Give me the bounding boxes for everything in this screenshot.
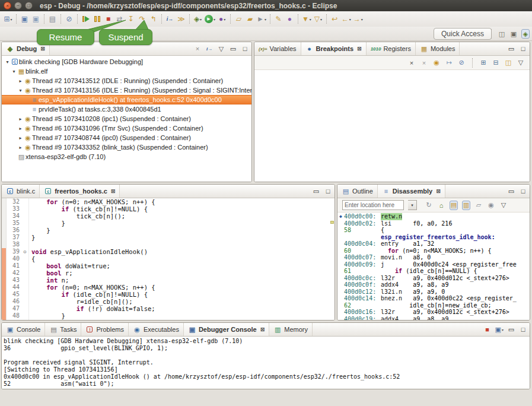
editor-tab-freertos-hooks-c[interactable]: cfreertos_hooks.c⊠: [40, 185, 120, 198]
debug-launch-tree[interactable]: ▾Cblink checking [GDB Hardware Debugging…: [2, 56, 251, 182]
console-view-tab-memory[interactable]: ▥Memory: [269, 323, 313, 336]
maximize-view-button[interactable]: □: [519, 325, 527, 334]
dropdown-chevron-icon[interactable]: ▾: [349, 17, 351, 21]
debug-tree-item-5[interactable]: ≡prvIdleTask() at tasks.c:3,338 0x400845…: [2, 104, 251, 114]
minimize-button[interactable]: −: [14, 2, 22, 9]
view-menu-button[interactable]: ▽: [517, 58, 525, 68]
open-resource-button[interactable]: ▰: [244, 14, 256, 25]
tree-expander-icon[interactable]: ▾: [17, 88, 24, 93]
tree-expander-icon[interactable]: ▸: [17, 116, 24, 122]
debug-button[interactable]: ◈▾: [192, 14, 203, 25]
save-button[interactable]: ▣: [19, 14, 30, 25]
tree-expander-icon[interactable]: ▸: [17, 135, 24, 141]
breakpoints-content[interactable]: [254, 70, 530, 182]
group-by-button[interactable]: ◫: [504, 58, 512, 68]
view-menu-button[interactable]: ▽: [499, 201, 508, 210]
collapse-all-button[interactable]: ⊟: [492, 58, 500, 68]
maximize-view-button[interactable]: □: [519, 44, 527, 53]
close-button[interactable]: ×: [4, 2, 11, 9]
pin-view-button[interactable]: ◉: [487, 201, 495, 210]
disconnect-button[interactable]: ⇄: [114, 14, 125, 25]
disassembly-content[interactable]: ◆400d0c00:retw.n 400d0c02:lsi f0, a0, 21…: [337, 212, 530, 321]
quick-access-button[interactable]: Quick Access: [434, 28, 492, 40]
minimize-view-button[interactable]: ▭: [507, 186, 515, 196]
debug-tree-item-8[interactable]: ▸◉Thread #7 1073408744 (ipc0) (Suspended…: [2, 133, 251, 142]
skip-all-breakpoints-button[interactable]: ⊘: [63, 14, 75, 25]
source-editor[interactable]: 32 for (n=0; n<MAX_HOOKS; n++) {33 if (t…: [2, 198, 335, 321]
tab-close-icon[interactable]: ⊠: [260, 326, 265, 332]
debug-tree-item-4[interactable]: ≡esp_vApplicationIdleHook() at freertos_…: [2, 95, 251, 104]
go-to-pc-home-button[interactable]: ⌂: [437, 201, 445, 210]
instruction-stepping-mode-button[interactable]: i→: [205, 44, 214, 53]
run-button[interactable]: ▶▾: [203, 14, 216, 25]
tree-expander-icon[interactable]: ▸: [17, 126, 24, 131]
outline-view-tab-disassembly[interactable]: ≡Disassembly⊠: [378, 185, 445, 198]
dropdown-chevron-icon[interactable]: ▾: [224, 17, 225, 21]
right-view-tab-modules[interactable]: ▦Modules: [416, 42, 460, 55]
show-opcodes-toggle-button[interactable]: ▥: [462, 201, 470, 210]
back-button[interactable]: ←▾: [340, 14, 352, 25]
debug-tree-item-1[interactable]: ▾▦blink.elf: [2, 66, 251, 76]
debug-tree-item-7[interactable]: ▸◉Thread #6 1073431096 (Tmr Svc) (Suspen…: [2, 123, 251, 133]
tab-close-icon[interactable]: ⊠: [357, 46, 362, 52]
outline-view-tab-outline[interactable]: ▤Outline: [337, 185, 378, 198]
location-combo[interactable]: Enter location here: [342, 200, 404, 210]
debug-tree-item-2[interactable]: ▸◉Thread #2 1073413512 (IDLE : Running) …: [2, 76, 251, 85]
external-tools-button[interactable]: ►▾: [256, 14, 267, 25]
format-brush-button[interactable]: ✎: [273, 14, 284, 25]
tree-expander-icon[interactable]: ▾: [4, 59, 11, 65]
dropdown-chevron-icon[interactable]: ▾: [200, 17, 202, 21]
display-selected-console-button[interactable]: ▣▾: [495, 325, 504, 334]
dropdown-chevron-icon[interactable]: ▾: [320, 17, 322, 21]
tree-expander-icon[interactable]: ▾: [11, 69, 17, 74]
debug-tree-item-6[interactable]: ▸◉Thread #5 1073410208 (ipc1) (Suspended…: [2, 114, 251, 123]
dropdown-chevron-icon[interactable]: ▾: [265, 17, 266, 21]
step-return-button[interactable]: ↰: [148, 14, 159, 25]
dropdown-chevron-icon[interactable]: ▾: [214, 17, 215, 21]
step-over-button[interactable]: ↷: [136, 14, 148, 25]
console-view-tab-executables[interactable]: ◉Executables: [129, 323, 184, 336]
right-view-tab-breakpoints[interactable]: ●Breakpoints⊠: [301, 42, 367, 55]
use-step-filters-button[interactable]: ≫: [176, 14, 187, 25]
last-edit-location-button[interactable]: ↩: [329, 14, 340, 25]
remove-selected-breakpoint-button[interactable]: ×: [407, 58, 416, 68]
show-breakpoints-supported-button[interactable]: ◉: [432, 58, 441, 68]
dropdown-chevron-icon[interactable]: ▾: [361, 17, 363, 21]
right-view-tab-registers[interactable]: 1010Registers: [367, 42, 416, 55]
expand-all-button[interactable]: ⊞: [479, 58, 488, 68]
minimize-view-button[interactable]: ▭: [229, 44, 237, 53]
remove-all-breakpoints-button[interactable]: ×: [420, 58, 428, 68]
console-output[interactable]: blink checking [GDB Hardware Debugging] …: [2, 337, 530, 389]
show-source-toggle-button[interactable]: ▤: [450, 201, 458, 210]
right-view-tab-variables[interactable]: (x)=Variables: [254, 42, 301, 55]
console-view-tab-console[interactable]: ▣Console: [2, 323, 45, 336]
fold-collapse-icon[interactable]: ⊖: [21, 248, 29, 255]
dropdown-chevron-icon[interactable]: ▾: [310, 17, 311, 21]
terminate-console-button[interactable]: ■: [483, 325, 492, 334]
minimize-view-button[interactable]: ▭: [507, 44, 515, 53]
maximize-view-button[interactable]: □: [241, 44, 249, 53]
step-into-button[interactable]: ↧: [125, 14, 136, 25]
refresh-view-button[interactable]: ↻: [425, 201, 433, 210]
open-type-button[interactable]: ●: [284, 14, 295, 25]
minimize-view-button[interactable]: ▭: [507, 325, 515, 334]
remove-all-terminated-button[interactable]: ×: [193, 44, 202, 53]
forward-button[interactable]: →▾: [352, 14, 364, 25]
profile-button[interactable]: ●▾: [216, 14, 228, 25]
maximize-view-button[interactable]: □: [324, 186, 332, 196]
debug-tree-item-0[interactable]: ▾Cblink checking [GDB Hardware Debugging…: [2, 57, 251, 66]
skip-all-breakpoints-button[interactable]: ⊘: [457, 58, 466, 68]
debug-tree-item-9[interactable]: ▸◉Thread #9 1073433352 (blink_task) (Sus…: [2, 142, 251, 152]
minimize-view-button[interactable]: ▭: [312, 186, 320, 196]
suspend-button[interactable]: [91, 14, 103, 25]
tree-expander-icon[interactable]: ▸: [17, 145, 24, 150]
maximize-view-button[interactable]: □: [519, 186, 527, 196]
console-view-tab-tasks[interactable]: ▤Tasks: [45, 323, 81, 336]
print-button[interactable]: ▤: [47, 14, 58, 25]
new-wizard-button[interactable]: ⊞▾: [2, 14, 14, 25]
resume-button[interactable]: [80, 14, 91, 25]
tab-close-icon[interactable]: ⊠: [111, 188, 116, 194]
terminate-button[interactable]: ■: [103, 14, 114, 25]
debug-perspective-button[interactable]: ◈: [521, 29, 530, 39]
location-combo-dropdown[interactable]: ▾: [408, 200, 417, 210]
